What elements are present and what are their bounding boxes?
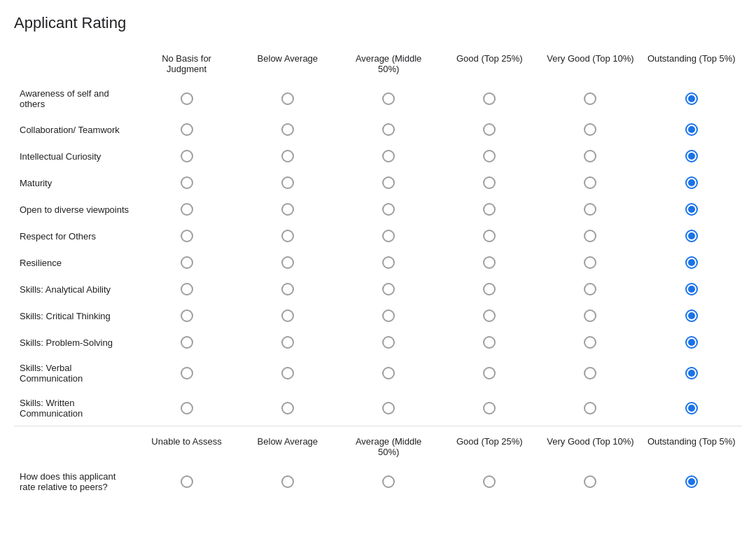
radio-1-col2[interactable] (281, 123, 294, 136)
radio-1-col6[interactable] (685, 123, 698, 136)
radio-11-col2[interactable] (281, 402, 294, 414)
radio-cell-0-1[interactable] (136, 81, 237, 116)
bottom-radio-col4[interactable] (483, 475, 496, 488)
radio-0-col5[interactable] (584, 92, 596, 105)
radio-cell-7-1[interactable] (136, 276, 237, 302)
radio-10-col5[interactable] (584, 367, 596, 379)
radio-cell-8-5[interactable] (540, 302, 640, 329)
radio-8-col3[interactable] (382, 309, 395, 322)
radio-7-col4[interactable] (483, 283, 496, 295)
radio-4-col3[interactable] (382, 203, 395, 216)
bottom-radio-col3[interactable] (382, 475, 395, 488)
radio-4-col2[interactable] (281, 203, 294, 216)
radio-8-col4[interactable] (483, 309, 496, 322)
radio-8-col2[interactable] (281, 309, 294, 322)
radio-cell-6-4[interactable] (439, 249, 540, 276)
radio-cell-7-2[interactable] (237, 276, 338, 302)
radio-cell-10-2[interactable] (237, 356, 338, 391)
radio-cell-10-5[interactable] (540, 356, 640, 391)
radio-10-col1[interactable] (181, 367, 193, 379)
radio-cell-3-5[interactable] (540, 169, 640, 196)
radio-5-col2[interactable] (281, 230, 294, 242)
radio-cell-11-5[interactable] (540, 391, 640, 426)
radio-3-col3[interactable] (382, 176, 395, 189)
radio-3-col1[interactable] (181, 176, 193, 189)
radio-cell-6-1[interactable] (136, 249, 237, 276)
radio-cell-1-4[interactable] (439, 116, 540, 143)
radio-7-col6[interactable] (685, 283, 698, 295)
radio-8-col5[interactable] (584, 309, 596, 322)
radio-cell-8-1[interactable] (136, 302, 237, 329)
radio-cell-4-2[interactable] (237, 196, 338, 223)
radio-2-col6[interactable] (685, 150, 698, 162)
radio-cell-11-2[interactable] (237, 391, 338, 426)
radio-cell-9-3[interactable] (338, 329, 439, 356)
radio-5-col6[interactable] (685, 230, 698, 242)
radio-5-col1[interactable] (181, 230, 193, 242)
radio-7-col3[interactable] (382, 283, 395, 295)
radio-1-col4[interactable] (483, 123, 496, 136)
radio-cell-5-6[interactable] (641, 223, 743, 249)
radio-10-col3[interactable] (382, 367, 395, 379)
radio-cell-2-4[interactable] (439, 143, 540, 169)
radio-cell-9-6[interactable] (641, 329, 743, 356)
radio-cell-4-3[interactable] (338, 196, 439, 223)
bottom-radio-cell-4[interactable] (439, 464, 540, 499)
radio-cell-11-3[interactable] (338, 391, 439, 426)
radio-cell-10-6[interactable] (641, 356, 743, 391)
radio-3-col5[interactable] (584, 176, 596, 189)
bottom-radio-cell-5[interactable] (540, 464, 640, 499)
radio-cell-1-3[interactable] (338, 116, 439, 143)
radio-cell-2-3[interactable] (338, 143, 439, 169)
radio-4-col6[interactable] (685, 203, 698, 216)
radio-cell-1-5[interactable] (540, 116, 640, 143)
radio-6-col3[interactable] (382, 256, 395, 269)
radio-6-col5[interactable] (584, 256, 596, 269)
radio-cell-8-2[interactable] (237, 302, 338, 329)
bottom-radio-col5[interactable] (584, 475, 596, 488)
radio-cell-0-2[interactable] (237, 81, 338, 116)
radio-6-col2[interactable] (281, 256, 294, 269)
radio-cell-11-6[interactable] (641, 391, 743, 426)
radio-cell-6-3[interactable] (338, 249, 439, 276)
radio-cell-2-1[interactable] (136, 143, 237, 169)
radio-3-col2[interactable] (281, 176, 294, 189)
radio-9-col2[interactable] (281, 336, 294, 349)
radio-cell-2-2[interactable] (237, 143, 338, 169)
radio-cell-2-6[interactable] (641, 143, 743, 169)
radio-6-col1[interactable] (181, 256, 193, 269)
radio-9-col4[interactable] (483, 336, 496, 349)
radio-2-col2[interactable] (281, 150, 294, 162)
radio-cell-0-6[interactable] (641, 81, 743, 116)
radio-cell-5-3[interactable] (338, 223, 439, 249)
radio-11-col3[interactable] (382, 402, 395, 414)
radio-3-col6[interactable] (685, 176, 698, 189)
radio-3-col4[interactable] (483, 176, 496, 189)
radio-cell-11-4[interactable] (439, 391, 540, 426)
radio-cell-4-6[interactable] (641, 196, 743, 223)
radio-cell-5-5[interactable] (540, 223, 640, 249)
radio-5-col4[interactable] (483, 230, 496, 242)
radio-7-col1[interactable] (181, 283, 193, 295)
radio-cell-5-2[interactable] (237, 223, 338, 249)
radio-cell-3-1[interactable] (136, 169, 237, 196)
radio-cell-6-2[interactable] (237, 249, 338, 276)
radio-cell-9-2[interactable] (237, 329, 338, 356)
radio-cell-4-4[interactable] (439, 196, 540, 223)
radio-11-col4[interactable] (483, 402, 496, 414)
radio-cell-7-4[interactable] (439, 276, 540, 302)
radio-cell-10-4[interactable] (439, 356, 540, 391)
radio-7-col2[interactable] (281, 283, 294, 295)
radio-10-col4[interactable] (483, 367, 496, 379)
radio-cell-5-4[interactable] (439, 223, 540, 249)
radio-cell-0-5[interactable] (540, 81, 640, 116)
radio-cell-7-6[interactable] (641, 276, 743, 302)
radio-cell-3-6[interactable] (641, 169, 743, 196)
radio-cell-2-5[interactable] (540, 143, 640, 169)
radio-0-col1[interactable] (181, 92, 193, 105)
radio-4-col4[interactable] (483, 203, 496, 216)
radio-cell-10-1[interactable] (136, 356, 237, 391)
radio-cell-3-3[interactable] (338, 169, 439, 196)
radio-cell-6-6[interactable] (641, 249, 743, 276)
radio-cell-8-4[interactable] (439, 302, 540, 329)
